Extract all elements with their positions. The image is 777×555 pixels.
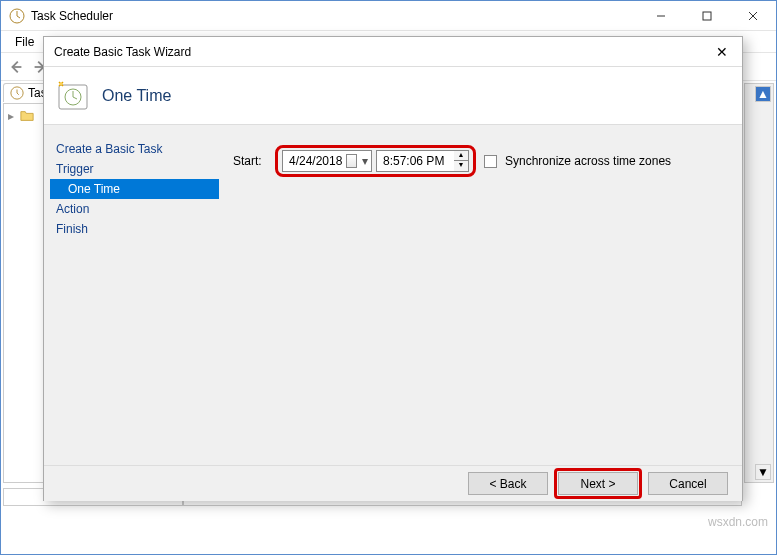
folder-icon <box>20 109 34 123</box>
cancel-button[interactable]: Cancel <box>648 472 728 495</box>
datetime-highlight: 4/24/2018 ▾ 8:57:06 PM ▲ ▼ <box>275 145 476 177</box>
back-button[interactable]: < Back <box>468 472 548 495</box>
wizard-close-button[interactable]: ✕ <box>712 44 732 60</box>
nav-trigger[interactable]: Trigger <box>50 159 219 179</box>
nav-one-time[interactable]: One Time <box>50 179 219 199</box>
wizard-header-icon <box>56 79 90 113</box>
time-spinner[interactable]: ▲ ▼ <box>454 150 469 172</box>
main-title: Task Scheduler <box>31 9 638 23</box>
start-time-picker[interactable]: 8:57:06 PM ▲ ▼ <box>376 150 469 172</box>
next-button[interactable]: Next > <box>558 472 638 495</box>
nav-create-basic-task[interactable]: Create a Basic Task <box>50 139 219 159</box>
wizard-heading: One Time <box>102 87 171 105</box>
actions-scroll-down[interactable]: ▼ <box>755 464 771 480</box>
create-basic-task-wizard: Create Basic Task Wizard ✕ One Time Crea… <box>43 36 743 501</box>
spin-up-icon[interactable]: ▲ <box>454 151 468 161</box>
wizard-footer: < Back Next > Cancel <box>44 465 742 501</box>
svg-rect-2 <box>703 12 711 20</box>
date-dropdown-icon[interactable]: ▾ <box>361 154 369 168</box>
start-date-value: 4/24/2018 <box>289 154 342 168</box>
maximize-button[interactable] <box>684 1 730 30</box>
start-row: Start: 4/24/2018 ▾ 8:57:06 PM <box>233 145 728 177</box>
expand-icon[interactable]: ▸ <box>8 109 18 123</box>
app-icon <box>9 8 25 24</box>
spin-down-icon[interactable]: ▼ <box>454 161 468 171</box>
wizard-title: Create Basic Task Wizard <box>54 45 712 59</box>
svg-point-8 <box>60 82 63 85</box>
actions-pane: ▲ ▼ <box>744 83 774 483</box>
nav-finish[interactable]: Finish <box>50 219 219 239</box>
calendar-icon <box>346 154 356 168</box>
watermark: wsxdn.com <box>708 515 768 529</box>
wizard-content: Start: 4/24/2018 ▾ 8:57:06 PM <box>219 125 742 465</box>
nav-back-button[interactable] <box>5 56 27 78</box>
clock-icon <box>10 86 24 100</box>
window-controls <box>638 1 776 30</box>
menu-file[interactable]: File <box>7 33 42 51</box>
start-label: Start: <box>233 154 267 168</box>
sync-timezone-label: Synchronize across time zones <box>505 154 671 168</box>
nav-action[interactable]: Action <box>50 199 219 219</box>
task-scheduler-window: Task Scheduler File Tas ▸ ▲ ▼ ▶ <box>0 0 777 555</box>
start-time-value: 8:57:06 PM <box>383 154 444 168</box>
wizard-nav: Create a Basic Task Trigger One Time Act… <box>44 125 219 465</box>
actions-scroll-button[interactable]: ▲ <box>755 86 771 102</box>
minimize-button[interactable] <box>638 1 684 30</box>
wizard-header: One Time <box>44 67 742 125</box>
wizard-body: Create a Basic Task Trigger One Time Act… <box>44 125 742 465</box>
close-button[interactable] <box>730 1 776 30</box>
sync-timezone-checkbox[interactable] <box>484 155 497 168</box>
main-titlebar: Task Scheduler <box>1 1 776 31</box>
next-button-highlight: Next > <box>554 468 642 499</box>
start-date-picker[interactable]: 4/24/2018 ▾ <box>282 150 372 172</box>
wizard-titlebar: Create Basic Task Wizard ✕ <box>44 37 742 67</box>
